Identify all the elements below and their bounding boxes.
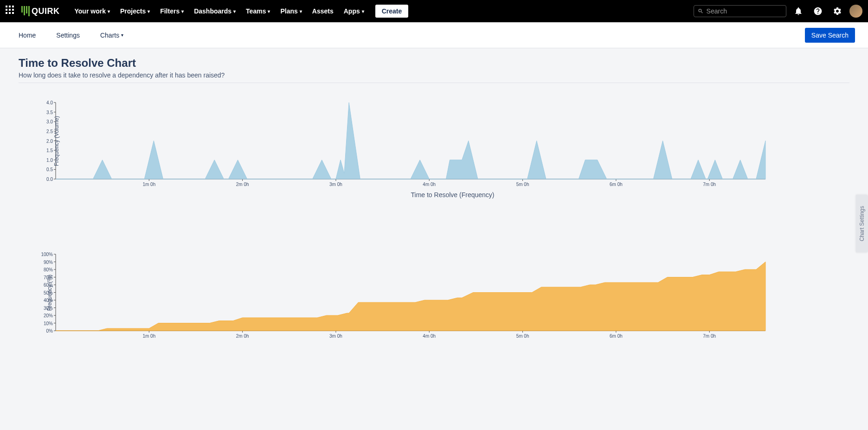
avatar[interactable] [849, 5, 862, 18]
xtick: 3m 0h [329, 179, 342, 187]
chart1-svg [56, 103, 765, 179]
chevron-down-icon: ▾ [148, 9, 150, 14]
ytick: 2.5 [46, 128, 56, 134]
ytick: 0% [46, 328, 56, 334]
chart1-xlabel: Time to Resolve (Frequency) [56, 191, 849, 199]
nav-apps[interactable]: Apps▾ [340, 5, 368, 18]
xtick: 6m 0h [610, 179, 623, 187]
xtick: 3m 0h [329, 331, 342, 339]
search-input[interactable] [707, 7, 782, 15]
nav-plans[interactable]: Plans▾ [276, 5, 305, 18]
logo-bars-icon [21, 6, 30, 16]
brand-logo[interactable]: QUIRK [21, 6, 60, 16]
bell-icon [794, 6, 803, 16]
chevron-down-icon: ▾ [233, 9, 236, 14]
gear-icon [833, 6, 842, 16]
chevron-down-icon: ▾ [362, 9, 364, 14]
search-box[interactable] [694, 5, 786, 17]
xtick: 5m 0h [516, 179, 529, 187]
ytick: 1.5 [46, 148, 56, 153]
brand-name: QUIRK [32, 6, 60, 16]
ytick: 50% [44, 290, 56, 295]
xtick: 4m 0h [423, 179, 436, 187]
tab-settings[interactable]: Settings [51, 28, 85, 43]
create-button[interactable]: Create [375, 5, 409, 18]
nav-teams[interactable]: Teams▾ [242, 5, 274, 18]
nav-your-work[interactable]: Your work▾ [71, 5, 114, 18]
tab-home[interactable]: Home [13, 28, 41, 43]
ytick: 10% [44, 321, 56, 326]
ytick: 0.0 [46, 177, 56, 182]
ytick: 70% [44, 275, 56, 280]
ytick: 30% [44, 305, 56, 310]
top-nav: QUIRK Your work▾ Projects▾ Filters▾ Dash… [0, 0, 868, 22]
chart2-svg [56, 254, 765, 331]
xtick: 1m 0h [142, 179, 155, 187]
search-icon [698, 8, 704, 14]
xtick: 1m 0h [142, 331, 155, 339]
tab-charts[interactable]: Charts▾ [95, 28, 129, 43]
sub-header: Home Settings Charts▾ Save Search [0, 22, 868, 48]
ytick: 60% [44, 282, 56, 288]
chevron-down-icon: ▾ [300, 9, 302, 14]
ytick: 80% [44, 267, 56, 272]
chevron-down-icon: ▾ [121, 32, 123, 38]
chevron-down-icon: ▾ [108, 9, 110, 14]
ytick: 40% [44, 298, 56, 303]
settings-button[interactable] [830, 4, 845, 19]
help-icon [813, 6, 823, 16]
page-subtitle: How long does it take to resolve a depen… [19, 71, 849, 83]
notifications-button[interactable] [791, 4, 806, 19]
ytick: 3.5 [46, 109, 56, 115]
nav-assets[interactable]: Assets [309, 5, 337, 18]
nav-links: Your work▾ Projects▾ Filters▾ Dashboards… [71, 5, 409, 18]
xtick: 2m 0h [236, 331, 249, 339]
save-search-button[interactable]: Save Search [805, 28, 855, 43]
chart-volume: Frequency (Volume) 0.00.51.01.52.02.53.0… [56, 103, 765, 179]
nav-dashboards[interactable]: Dashboards▾ [190, 5, 239, 18]
ytick: 2.0 [46, 138, 56, 143]
app-switcher-icon[interactable] [6, 6, 17, 17]
xtick: 6m 0h [610, 331, 623, 339]
ytick: 20% [44, 313, 56, 318]
ytick: 0.5 [46, 167, 56, 172]
chevron-down-icon: ▾ [181, 9, 184, 14]
xtick: 7m 0h [703, 179, 716, 187]
page-title: Time to Resolve Chart [19, 57, 849, 70]
xtick: 4m 0h [423, 331, 436, 339]
ytick: 3.0 [46, 119, 56, 124]
xtick: 7m 0h [703, 331, 716, 339]
ytick: 1.0 [46, 157, 56, 162]
nav-filters[interactable]: Filters▾ [156, 5, 187, 18]
chart-cumulative: Frequency (%) 0%10%20%30%40%50%60%70%80%… [56, 254, 765, 331]
ytick: 90% [44, 259, 56, 264]
nav-projects[interactable]: Projects▾ [116, 5, 154, 18]
xtick: 2m 0h [236, 179, 249, 187]
ytick: 100% [41, 252, 56, 257]
page-content: Time to Resolve Chart How long does it t… [0, 48, 868, 395]
chevron-down-icon: ▾ [268, 9, 270, 14]
ytick: 4.0 [46, 100, 56, 105]
xtick: 5m 0h [516, 331, 529, 339]
chart-settings-tab[interactable]: Chart Settings [856, 195, 868, 252]
help-button[interactable] [810, 4, 825, 19]
